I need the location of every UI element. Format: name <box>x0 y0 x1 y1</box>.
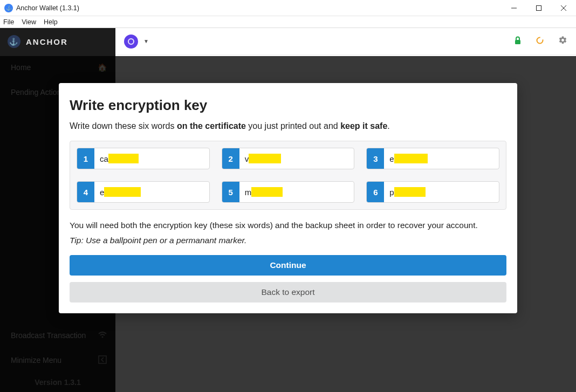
word-2: 2 v <box>222 148 355 169</box>
word-number: 3 <box>367 148 384 169</box>
brand-text: ANCHOR <box>26 37 68 46</box>
word-number: 4 <box>77 182 94 202</box>
modal-title: Write encryption key <box>70 97 506 114</box>
menu-help[interactable]: Help <box>44 18 58 26</box>
word-value: v <box>239 148 354 169</box>
redacted-text <box>249 154 281 163</box>
svg-rect-1 <box>537 5 541 10</box>
close-window-button[interactable] <box>551 0 576 16</box>
word-4: 4 e <box>77 181 210 203</box>
refresh-icon[interactable] <box>536 36 544 47</box>
redacted-text <box>394 154 428 163</box>
app-icon <box>4 4 13 12</box>
word-number: 5 <box>222 182 239 202</box>
menu-file[interactable]: File <box>3 18 14 26</box>
window-titlebar: Anchor Wallet (1.3.1) <box>0 0 576 16</box>
chain-icon <box>124 35 138 49</box>
maximize-window-button[interactable] <box>526 0 551 16</box>
encryption-key-modal: Write encryption key Write down these si… <box>59 83 517 313</box>
word-value: p <box>384 182 499 202</box>
settings-icon[interactable] <box>558 36 567 47</box>
brand: ⚓ ANCHOR <box>0 28 115 55</box>
back-button[interactable]: Back to export <box>70 282 506 302</box>
word-6: 6 p <box>366 181 499 203</box>
redacted-text <box>251 187 283 197</box>
redacted-text <box>108 154 139 163</box>
modal-tip: Tip: Use a ballpoint pen or a permanant … <box>70 236 506 245</box>
svg-rect-6 <box>515 40 520 44</box>
word-value: e <box>384 148 499 169</box>
word-value: m <box>239 182 354 202</box>
redacted-text <box>394 187 426 197</box>
word-value: ca <box>94 148 209 169</box>
minimize-window-button[interactable] <box>502 0 526 16</box>
word-1: 1 ca <box>77 148 210 169</box>
words-panel: 1 ca 2 v 3 e 4 e 5 m 6 p <box>70 141 506 210</box>
topbar: ▼ <box>115 28 576 55</box>
menu-view[interactable]: View <box>22 18 36 26</box>
modal-subtitle: Write down these six words on the certif… <box>70 121 506 131</box>
app-body: ⚓ ANCHOR Home 🏠 Pending Actions Broadcas… <box>0 28 576 392</box>
window-controls <box>502 0 576 16</box>
window-title: Anchor Wallet (1.3.1) <box>16 4 502 12</box>
redacted-text <box>104 187 141 197</box>
continue-button[interactable]: Continue <box>70 255 506 276</box>
chevron-down-icon: ▼ <box>143 38 149 44</box>
topbar-actions <box>514 36 567 47</box>
modal-note: You will need both the encryption key (t… <box>70 221 506 230</box>
word-number: 2 <box>222 148 239 169</box>
word-3: 3 e <box>366 148 499 169</box>
word-5: 5 m <box>222 181 355 203</box>
word-number: 1 <box>77 148 94 169</box>
word-number: 6 <box>367 182 384 202</box>
chain-selector[interactable]: ▼ <box>124 35 149 49</box>
svg-point-7 <box>537 37 543 43</box>
lock-icon[interactable] <box>514 36 522 47</box>
menubar: File View Help <box>0 16 576 28</box>
word-value: e <box>94 182 209 202</box>
anchor-logo-icon: ⚓ <box>8 35 20 48</box>
